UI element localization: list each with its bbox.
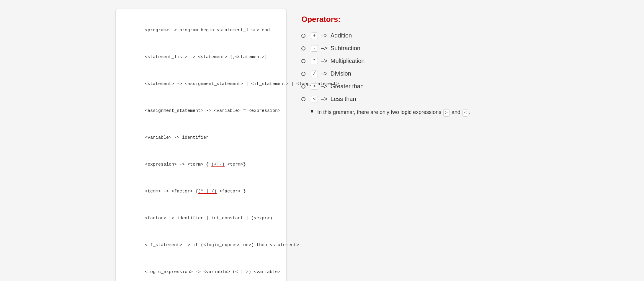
- grammar-line-logic-expression: <logic_expression> -> <variable> (< | >)…: [129, 263, 273, 281]
- grammar-line-statement: <statement> -> <assignment_statement> | …: [129, 75, 273, 93]
- operators-panel: Operators: + –> Addition - –> Subtractio…: [301, 9, 529, 122]
- operator-symbol-greater: >: [311, 83, 318, 90]
- grammar-line-statement-list: <statement_list> -> <statement> {;<state…: [129, 48, 273, 66]
- operator-label-addition: Addition: [331, 32, 352, 39]
- operator-item-greater-than: > –> Greater than: [301, 83, 529, 90]
- operator-symbol-divide: /: [311, 71, 318, 77]
- operator-item-multiplication: * –> Multiplication: [301, 58, 529, 64]
- bullet-circle: [301, 72, 305, 76]
- operator-label-greater-than: Greater than: [331, 83, 364, 90]
- logic-expression-underline: (< | >): [233, 269, 251, 275]
- operator-label-less-than: Less than: [331, 96, 356, 102]
- operator-symbol-less: <: [311, 96, 318, 102]
- grammar-line-term: <term> -> <factor> {(* | /) <factor> }: [129, 182, 273, 201]
- operator-item-addition: + –> Addition: [301, 32, 529, 39]
- grammar-line-expression: <expression> -> <term> { (+|-) <term>}: [129, 155, 273, 174]
- expression-underline: (+|-): [211, 162, 225, 167]
- grammar-line-assignment: <assignment_statement> -> <variable> = <…: [129, 102, 273, 120]
- operator-item-subtraction: - –> Subtraction: [301, 45, 529, 52]
- square-bullet-icon: [311, 110, 313, 112]
- operator-label-division: Division: [331, 70, 351, 77]
- grammar-line-if-statement: <if_statement> -> if (<logic_expression>…: [129, 236, 273, 254]
- bullet-circle: [301, 97, 305, 101]
- grammar-line-variable: <variable> -> identifier: [129, 128, 273, 147]
- bullet-circle: [301, 34, 305, 38]
- operator-symbol-multiply: *: [311, 58, 318, 64]
- grammar-line-factor: <factor> -> identifier | int_constant | …: [129, 209, 273, 228]
- operator-symbol-plus: +: [311, 32, 318, 39]
- operators-title: Operators:: [301, 15, 529, 24]
- operator-item-division: / –> Division: [301, 70, 529, 77]
- sub-note: In this grammar, there are only two logi…: [311, 108, 529, 117]
- bullet-circle: [301, 59, 305, 63]
- sub-note-symbol2: <: [462, 109, 468, 117]
- operator-item-less-than: < –> Less than: [301, 96, 529, 102]
- operator-list: + –> Addition - –> Subtraction * –> Mult…: [301, 32, 529, 102]
- bullet-circle: [301, 46, 305, 50]
- operator-symbol-minus: -: [311, 45, 318, 52]
- bullet-circle: [301, 84, 305, 89]
- grammar-panel: <program> -> program begin <statement_li…: [115, 9, 287, 281]
- term-underline: (* | /): [198, 189, 217, 194]
- operator-label-subtraction: Subtraction: [331, 45, 360, 52]
- sub-note-symbol1: >: [443, 109, 449, 117]
- sub-note-text: In this grammar, there are only two logi…: [317, 108, 470, 117]
- main-container: <program> -> program begin <statement_li…: [115, 9, 529, 281]
- grammar-line-program: <program> -> program begin <statement_li…: [129, 21, 273, 40]
- operator-label-multiplication: Multiplication: [331, 58, 365, 64]
